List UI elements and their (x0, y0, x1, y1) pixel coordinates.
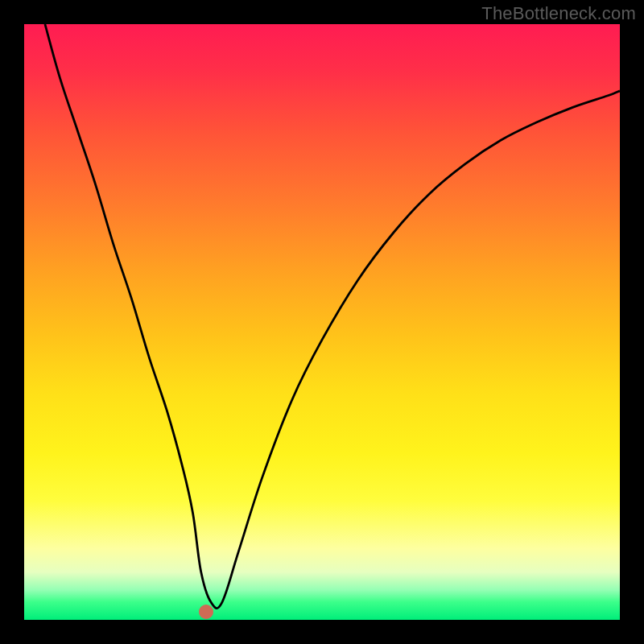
curve-svg (24, 24, 620, 620)
watermark-text: TheBottleneck.com (481, 3, 636, 24)
optimal-point-marker (199, 605, 213, 619)
bottleneck-curve (45, 24, 620, 609)
chart-frame: TheBottleneck.com (0, 0, 644, 644)
plot-area (24, 24, 620, 620)
